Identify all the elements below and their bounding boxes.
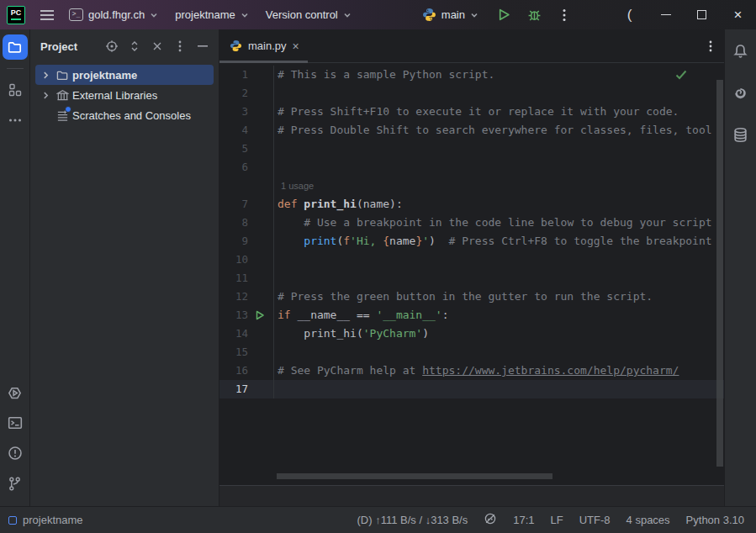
inlay-hint-row[interactable]: 1 usage bbox=[219, 177, 724, 195]
expand-all-button[interactable] bbox=[127, 39, 142, 54]
crossed-eye-icon bbox=[484, 512, 497, 525]
services-icon bbox=[7, 385, 23, 401]
status-bar: projektname (D) ↑111 B/s / ↓313 B/s 17:1… bbox=[0, 506, 756, 533]
code-line[interactable]: 16# See PyCharm help at https://www.jetb… bbox=[219, 361, 724, 380]
horizontal-scrollbar[interactable] bbox=[277, 473, 552, 479]
line-number: 15 bbox=[219, 343, 248, 361]
tree-item-label: External Libraries bbox=[72, 89, 157, 102]
folder-icon bbox=[55, 67, 70, 82]
code-line[interactable]: 3# Press Shift+F10 to execute it or repl… bbox=[219, 103, 724, 121]
tab-main-py[interactable]: main.py × bbox=[219, 29, 308, 62]
editor-gutter[interactable]: 7 bbox=[219, 195, 274, 214]
collapse-icon bbox=[152, 41, 162, 51]
run-line-icon[interactable] bbox=[255, 310, 265, 320]
tree-item-external-libraries[interactable]: External Libraries bbox=[35, 85, 214, 105]
code-line[interactable]: 15 bbox=[219, 343, 724, 361]
services-tool-button[interactable] bbox=[3, 380, 28, 405]
problems-tool-button[interactable] bbox=[3, 441, 28, 466]
hamburger-menu-icon[interactable] bbox=[35, 3, 59, 27]
hide-panel-button[interactable] bbox=[195, 39, 210, 54]
version-control-dropdown[interactable]: Version control bbox=[259, 3, 358, 27]
code-line[interactable]: 13if __name__ == '__main__': bbox=[219, 306, 724, 325]
tree-item-projektname[interactable]: projektname bbox=[35, 65, 214, 85]
more-tool-windows-button[interactable] bbox=[3, 108, 28, 133]
highlighting-level-button[interactable] bbox=[484, 512, 497, 528]
editor-gutter[interactable]: 11 bbox=[219, 269, 274, 288]
maximize-button[interactable] bbox=[684, 0, 720, 29]
code-line[interactable]: 17 bbox=[219, 380, 724, 398]
editor-gutter[interactable]: 9 bbox=[219, 232, 274, 251]
editor-gutter[interactable] bbox=[219, 177, 274, 195]
editor-gutter[interactable]: 6 bbox=[219, 158, 274, 177]
structure-tool-button[interactable] bbox=[3, 77, 28, 103]
more-actions-button[interactable] bbox=[552, 3, 576, 27]
kebab-menu-icon bbox=[709, 40, 712, 52]
editor-gutter[interactable]: 10 bbox=[219, 251, 274, 269]
database-button[interactable] bbox=[728, 122, 753, 147]
line-number: 4 bbox=[219, 121, 248, 140]
editor-gutter[interactable]: 14 bbox=[219, 325, 274, 343]
tree-item-scratches[interactable]: Scratches and Consoles bbox=[35, 105, 214, 125]
vertical-scrollbar[interactable] bbox=[716, 80, 723, 467]
editor-gutter[interactable]: 3 bbox=[219, 103, 274, 121]
editor-gutter[interactable]: 1 bbox=[219, 66, 274, 84]
editor-gutter[interactable]: 13 bbox=[219, 306, 274, 325]
code-line[interactable]: 14 print_hi('PyCharm') bbox=[219, 325, 724, 343]
code-line[interactable]: 7def print_hi(name): bbox=[219, 195, 724, 214]
code-line[interactable]: 8 # Use a breakpoint in the code line be… bbox=[219, 214, 724, 232]
terminal-tool-button[interactable] bbox=[3, 410, 28, 435]
code-line[interactable]: 2 bbox=[219, 84, 724, 103]
file-encoding[interactable]: UTF-8 bbox=[579, 514, 611, 526]
code-editor[interactable]: 1# This is a sample Python script.23# Pr… bbox=[219, 63, 724, 485]
editor-gutter[interactable]: 16 bbox=[219, 361, 274, 380]
code-line[interactable]: 9 print(f'Hi, {name}') # Press Ctrl+F8 t… bbox=[219, 232, 724, 251]
code-line[interactable]: 5 bbox=[219, 140, 724, 158]
network-speed-indicator[interactable]: (D) ↑111 B/s / ↓313 B/s bbox=[357, 514, 468, 526]
minimize-button[interactable] bbox=[648, 0, 684, 29]
version-control-tool-button[interactable] bbox=[3, 471, 28, 496]
chevron-right-icon[interactable] bbox=[39, 68, 52, 82]
chevron-right-icon[interactable] bbox=[39, 88, 52, 102]
collapse-all-button[interactable] bbox=[150, 39, 165, 54]
code-line[interactable]: 10 bbox=[219, 251, 724, 269]
tab-close-icon[interactable]: × bbox=[293, 40, 299, 52]
code-text: # Press Shift+F10 to execute it or repla… bbox=[274, 103, 679, 121]
editor-gutter[interactable]: 4 bbox=[219, 121, 274, 140]
python-interpreter[interactable]: Python 3.10 bbox=[686, 514, 744, 526]
run-button[interactable] bbox=[492, 3, 515, 27]
tab-bar-options-button[interactable] bbox=[697, 29, 724, 62]
panel-options-button[interactable] bbox=[172, 39, 188, 54]
code-line[interactable]: 1# This is a sample Python script. bbox=[219, 66, 724, 84]
editor-gutter[interactable]: 2 bbox=[219, 84, 274, 103]
code-line[interactable]: 6 bbox=[219, 158, 724, 177]
locate-file-button[interactable] bbox=[104, 39, 119, 54]
caret-position[interactable]: 17:1 bbox=[513, 514, 534, 526]
project-tool-button[interactable] bbox=[3, 34, 28, 60]
tab-label: main.py bbox=[248, 40, 287, 52]
project-name-dropdown[interactable]: projektname bbox=[168, 3, 256, 27]
ai-assistant-button[interactable] bbox=[728, 80, 753, 105]
editor-gutter[interactable]: 12 bbox=[219, 288, 274, 306]
close-button[interactable]: × bbox=[720, 0, 756, 29]
code-line[interactable]: 4# Press Double Shift to search everywhe… bbox=[219, 121, 724, 140]
code-line[interactable]: 12# Press the green button in the gutter… bbox=[219, 288, 724, 306]
code-text bbox=[274, 269, 278, 288]
line-number: 8 bbox=[219, 214, 248, 232]
run-config-dropdown[interactable]: main bbox=[415, 3, 485, 27]
debug-button[interactable] bbox=[522, 3, 546, 27]
remote-host-dropdown[interactable]: >_ gold.fhgr.ch bbox=[62, 3, 165, 27]
editor-gutter[interactable]: 5 bbox=[219, 140, 274, 158]
line-ending[interactable]: LF bbox=[551, 514, 563, 526]
indent-style[interactable]: 4 spaces bbox=[626, 514, 670, 526]
notifications-button[interactable] bbox=[728, 38, 753, 63]
editor-gutter[interactable]: 15 bbox=[219, 343, 274, 361]
editor-gutter[interactable]: 8 bbox=[219, 214, 274, 232]
status-project-widget[interactable]: projektname bbox=[8, 514, 83, 526]
inspection-ok-icon[interactable] bbox=[675, 67, 687, 86]
editor-gutter[interactable]: 17 bbox=[219, 380, 274, 398]
editor-bottom-strip bbox=[219, 485, 724, 506]
theme-toggle-button[interactable]: ( bbox=[611, 0, 648, 29]
line-number: 1 bbox=[219, 66, 248, 84]
code-line[interactable]: 11 bbox=[219, 269, 724, 288]
version-control-label: Version control bbox=[266, 8, 338, 21]
